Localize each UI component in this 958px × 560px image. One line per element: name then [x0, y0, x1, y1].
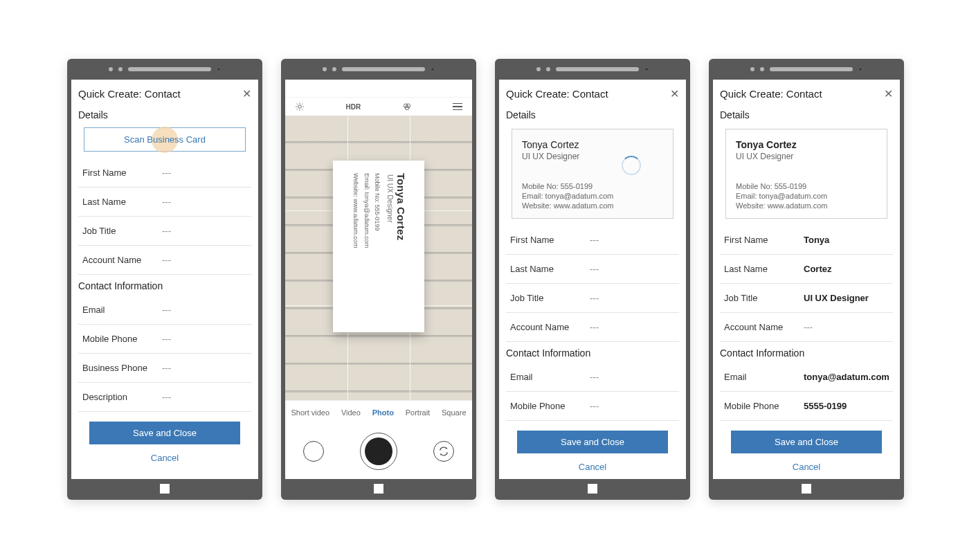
camera-screen: HDR Mobile No: 555-0199 Email: tonya@ad [285, 80, 472, 479]
phone-frame-1: Quick Create: Contact ✕ Details Scan Bus… [67, 59, 262, 500]
section-contact-info: Contact Information [499, 345, 686, 363]
camera-toolbar: HDR [285, 98, 472, 116]
field-job-title[interactable]: Job Title UI UX Designer [720, 284, 893, 313]
svg-line-8 [302, 104, 302, 105]
cancel-button[interactable]: Cancel [71, 444, 258, 471]
card-name: Tonya Cortez [736, 139, 877, 150]
section-details: Details [71, 107, 258, 125]
business-card-in-view: Mobile No: 555-0199 Email: tonya@adatum.… [333, 161, 424, 332]
home-button[interactable] [802, 484, 811, 494]
loading-spinner-icon [622, 156, 641, 175]
section-contact-info: Contact Information [71, 278, 258, 296]
mode-square[interactable]: Square [442, 408, 466, 417]
cancel-button[interactable]: Cancel [713, 453, 900, 479]
field-first-name[interactable]: First Name --- [506, 226, 679, 255]
field-email[interactable]: Email --- [506, 363, 679, 392]
hdr-label[interactable]: HDR [345, 103, 361, 111]
card-name: Tonya Cortez [395, 173, 407, 241]
field-job-title[interactable]: Job Title --- [78, 217, 251, 246]
field-description[interactable]: Description --- [78, 383, 251, 412]
camera-viewfinder: Mobile No: 555-0199 Email: tonya@adatum.… [285, 116, 472, 400]
field-mobile-phone[interactable]: Mobile Phone --- [506, 392, 679, 421]
camera-dock [285, 424, 472, 479]
camera-mode-bar: Short video Video Photo Portrait Square [285, 400, 472, 424]
page-title: Quick Create: Contact [506, 88, 608, 100]
card-email: Email: tonya@adatum.com [736, 192, 877, 200]
status-bar [285, 80, 472, 98]
card-title: UI UX Designer [522, 152, 663, 161]
speaker-bar [67, 66, 262, 73]
field-mobile-phone[interactable]: Mobile Phone --- [78, 325, 251, 354]
gallery-button[interactable] [303, 441, 324, 462]
svg-line-7 [297, 109, 298, 109]
scanned-card-preview: Tonya Cortez UI UX Designer Mobile No: 5… [512, 129, 674, 219]
section-details: Details [713, 107, 900, 125]
save-button[interactable]: Save and Close [517, 431, 668, 453]
field-last-name[interactable]: Last Name --- [78, 188, 251, 217]
field-last-name[interactable]: Last Name Cortez [720, 255, 893, 284]
screen: Quick Create: Contact ✕ Details Scan Bus… [71, 80, 258, 479]
card-name: Tonya Cortez [522, 139, 663, 150]
cancel-button[interactable]: Cancel [499, 453, 686, 479]
card-email: Email: tonya@adatum.com [522, 192, 663, 200]
field-first-name[interactable]: First Name --- [78, 159, 251, 188]
mode-portrait[interactable]: Portrait [406, 408, 430, 417]
scanned-card-preview: Tonya Cortez UI UX Designer Mobile No: 5… [725, 129, 887, 219]
home-button[interactable] [160, 484, 170, 494]
field-account-name[interactable]: Account Name --- [720, 313, 893, 342]
mode-short-video[interactable]: Short video [291, 408, 329, 417]
flash-icon[interactable] [295, 102, 305, 111]
field-last-name[interactable]: Last Name --- [506, 255, 679, 284]
card-title: UI UX Designer [386, 174, 394, 241]
scan-button-label: Scan Business Card [124, 134, 206, 145]
field-mobile-phone[interactable]: Mobile Phone 5555-0199 [720, 392, 893, 421]
page-title: Quick Create: Contact [720, 88, 822, 100]
speaker-bar [709, 66, 904, 73]
close-icon[interactable]: ✕ [670, 89, 679, 100]
field-business-phone[interactable]: Business Phone --- [78, 354, 251, 383]
phone-frame-2: HDR Mobile No: 555-0199 Email: tonya@ad [281, 59, 476, 500]
svg-point-0 [298, 105, 302, 109]
card-title: UI UX Designer [736, 152, 877, 161]
field-account-name[interactable]: Account Name --- [78, 246, 251, 275]
card-website: Website: www.adatum.com [522, 201, 663, 210]
card-website: Website: www.adatum.com [736, 201, 877, 210]
phone-frame-4: Quick Create: Contact ✕ Details Tonya Co… [709, 59, 904, 500]
filter-icon[interactable] [402, 102, 412, 111]
card-details: Mobile No: 555-0199 Email: tonya@adatum.… [350, 173, 382, 248]
mode-video[interactable]: Video [341, 408, 361, 417]
save-button[interactable]: Save and Close [731, 431, 882, 453]
field-email[interactable]: Email --- [78, 296, 251, 325]
field-job-title[interactable]: Job Title --- [506, 284, 679, 313]
menu-icon[interactable] [453, 102, 462, 111]
save-button[interactable]: Save and Close [89, 422, 240, 444]
section-details: Details [499, 107, 686, 125]
field-first-name[interactable]: First Name Tonya [720, 226, 893, 255]
home-button[interactable] [374, 484, 383, 494]
svg-line-6 [302, 109, 302, 109]
phone-frame-3: Quick Create: Contact ✕ Details Tonya Co… [495, 59, 690, 500]
close-icon[interactable]: ✕ [884, 89, 893, 100]
scan-business-card-button[interactable]: Scan Business Card [84, 127, 246, 152]
screen: Quick Create: Contact ✕ Details Tonya Co… [499, 80, 686, 479]
section-contact-info: Contact Information [713, 345, 900, 363]
card-mobile: Mobile No: 555-0199 [736, 182, 877, 190]
switch-camera-button[interactable] [433, 441, 454, 462]
mode-photo[interactable]: Photo [372, 408, 394, 417]
home-button[interactable] [588, 484, 597, 494]
screen: Quick Create: Contact ✕ Details Tonya Co… [713, 80, 900, 479]
speaker-bar [495, 66, 690, 73]
field-email[interactable]: Email tonya@adatum.com [720, 363, 893, 392]
shutter-button[interactable] [360, 433, 397, 470]
close-icon[interactable]: ✕ [242, 89, 251, 100]
card-mobile: Mobile No: 555-0199 [522, 182, 663, 190]
field-account-name[interactable]: Account Name --- [506, 313, 679, 342]
speaker-bar [281, 66, 476, 73]
svg-line-5 [297, 104, 298, 105]
page-title: Quick Create: Contact [78, 88, 181, 100]
